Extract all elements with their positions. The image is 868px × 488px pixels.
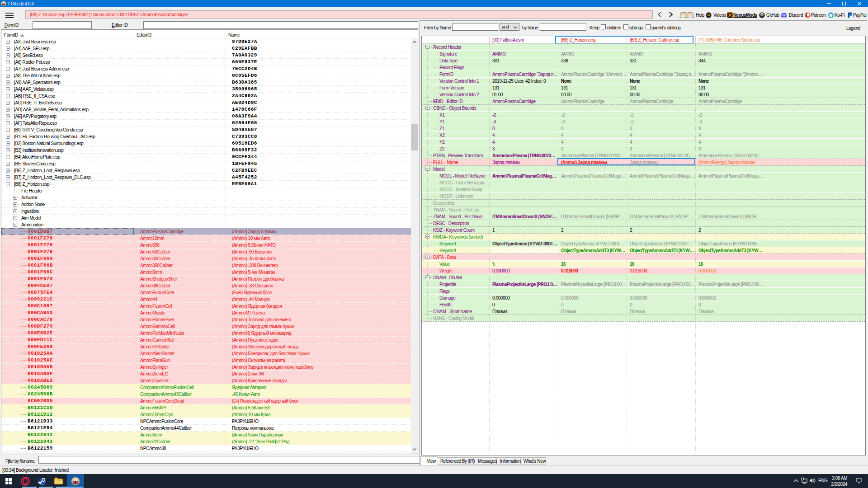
svg-text:GP: GP [707, 14, 711, 17]
